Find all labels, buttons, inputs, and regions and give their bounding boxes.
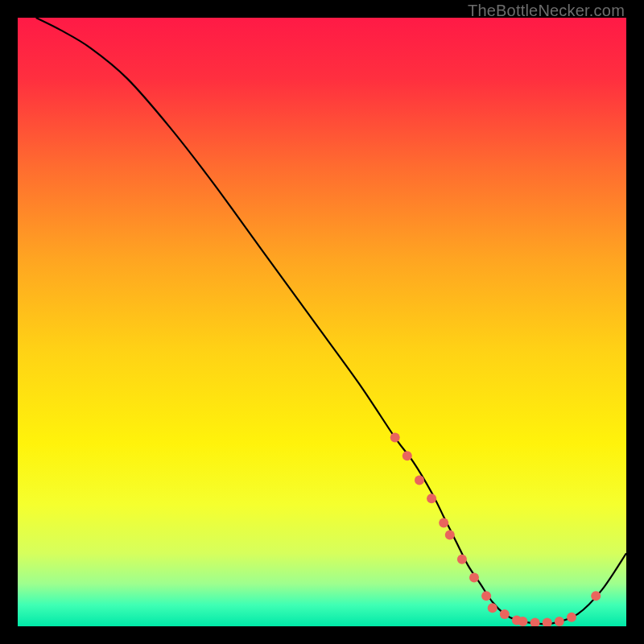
data-point — [427, 493, 436, 503]
data-point — [481, 591, 491, 601]
data-point — [530, 618, 540, 627]
data-point — [469, 573, 479, 583]
data-point — [402, 451, 412, 460]
chart-stage: TheBottleNecker.com — [0, 0, 644, 644]
data-point — [415, 476, 424, 485]
data-point — [555, 617, 564, 626]
data-point — [567, 613, 576, 622]
data-point — [500, 609, 510, 619]
data-point — [439, 518, 448, 528]
data-point — [390, 433, 400, 443]
data-markers — [390, 433, 601, 626]
data-point — [488, 603, 497, 613]
data-point — [591, 591, 601, 601]
watermark-text: TheBottleNecker.com — [468, 2, 625, 20]
data-point — [518, 617, 528, 626]
data-point — [457, 555, 467, 564]
data-point — [543, 618, 552, 627]
curve-layer — [18, 18, 626, 626]
bottleneck-curve — [36, 18, 626, 624]
plot-area — [18, 18, 626, 626]
data-point — [445, 530, 455, 540]
